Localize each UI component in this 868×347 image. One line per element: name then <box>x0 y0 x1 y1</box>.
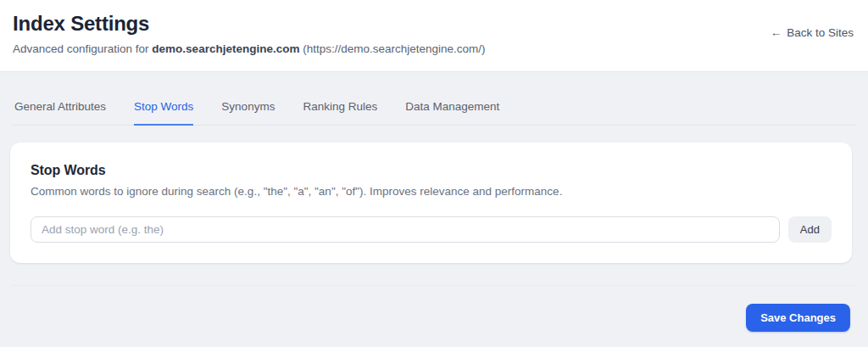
tab-data-management[interactable]: Data Management <box>405 100 499 126</box>
tab-synonyms[interactable]: Synonyms <box>221 100 275 126</box>
back-to-sites-link[interactable]: ← Back to Sites <box>771 26 854 39</box>
site-domain: demo.searchjetengine.com <box>152 42 299 55</box>
back-link-label: Back to Sites <box>787 26 854 39</box>
subtitle-prefix: Advanced configuration for <box>13 42 152 55</box>
tab-stop-words[interactable]: Stop Words <box>134 100 193 126</box>
subtitle-suffix: (https://demo.searchjetengine.com/) <box>299 42 485 55</box>
card-description: Common words to ignore during search (e.… <box>31 185 832 198</box>
save-changes-button[interactable]: Save Changes <box>746 304 850 332</box>
add-stop-word-button[interactable]: Add <box>788 216 832 243</box>
settings-tab-bar: General Attributes Stop Words Synonyms R… <box>12 100 855 126</box>
tab-general-attributes[interactable]: General Attributes <box>14 100 106 126</box>
page-title: Index Settings <box>13 11 854 36</box>
card-title: Stop Words <box>31 163 832 178</box>
tab-ranking-rules[interactable]: Ranking Rules <box>303 100 377 126</box>
footer-actions: Save Changes <box>0 286 868 332</box>
stop-word-input-row: Add <box>31 216 832 243</box>
back-arrow-icon: ← <box>771 26 782 39</box>
settings-main: General Attributes Stop Words Synonyms R… <box>0 100 868 332</box>
page-subtitle: Advanced configuration for demo.searchje… <box>13 42 854 57</box>
stop-word-input[interactable] <box>31 216 780 243</box>
page-header: Index Settings Advanced configuration fo… <box>0 0 868 72</box>
stop-words-card: Stop Words Common words to ignore during… <box>10 143 852 263</box>
